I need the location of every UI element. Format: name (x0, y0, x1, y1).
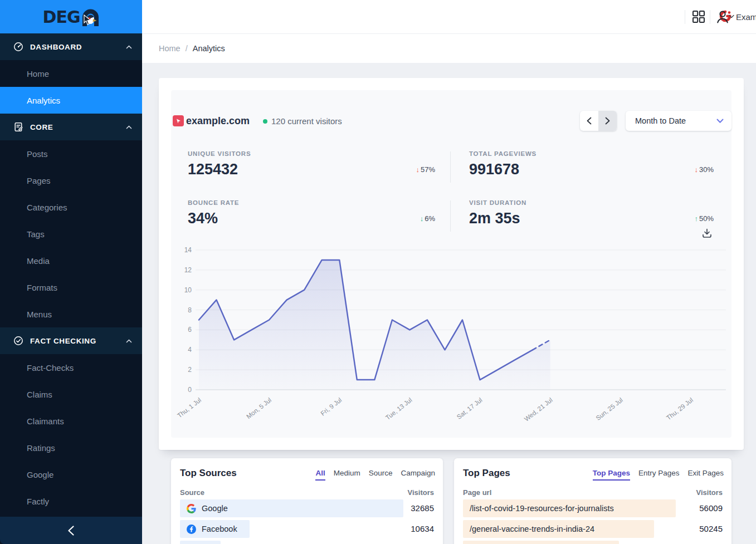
trend-arrow-icon: ↓ (694, 165, 698, 174)
sidebar-item-menus[interactable]: Menus (0, 301, 142, 327)
user-chevron-down-icon[interactable] (729, 14, 734, 18)
chevron-up-icon (126, 45, 132, 49)
period-stepper (580, 111, 617, 131)
header-divider (685, 10, 685, 24)
download-icon[interactable] (701, 228, 713, 239)
svg-text:8: 8 (188, 306, 192, 314)
source-row[interactable]: Google32685 (180, 499, 434, 517)
user-profile-button[interactable] (715, 9, 730, 24)
live-dot-icon (263, 119, 267, 124)
sidebar: DEG DASHBOARDHomeAnalyticsCOREPostsPages… (0, 0, 142, 544)
apps-grid-icon[interactable] (691, 9, 706, 24)
top-pages-rows: /list-of-covid-19-resources-for-journali… (463, 499, 723, 544)
current-visitors: 120 current visitors (271, 116, 342, 126)
sidebar-section-fact-checking[interactable]: FACT CHECKING (0, 327, 142, 354)
page-row[interactable]: /general-vaccine-trends-in-india-2450245 (463, 520, 723, 538)
visitors-value: 50245 (699, 520, 723, 538)
sidebar-section-label: CORE (30, 123, 126, 131)
stat-bounce-rate: BOUNCE RATE 34% ↓6% (188, 199, 435, 232)
sidebar-item-pages[interactable]: Pages (0, 167, 142, 194)
page-row[interactable]: /list-of-covid-19-resources-for-journali… (463, 499, 723, 517)
logo-letters: DEG (42, 7, 80, 27)
svg-text:Sat, 17 Jul: Sat, 17 Jul (456, 396, 484, 420)
eagle-logo-icon (81, 8, 100, 26)
top-sources-columns: Source Visitors (180, 488, 434, 497)
sources-tab-medium[interactable]: Medium (334, 469, 360, 481)
stat-visit-duration: VISIT DURATION 2m 35s ↑50% (469, 199, 714, 232)
sidebar-item-label: Claimants (27, 416, 64, 426)
page-url: /general-vaccine-trends-in-india-24 (470, 520, 594, 538)
site-favicon (173, 115, 184, 126)
site-name: example.com (186, 115, 250, 127)
value-bar (180, 541, 221, 544)
sidebar-item-google[interactable]: Google (0, 461, 142, 488)
sidebar-item-home[interactable]: Home (0, 60, 142, 87)
next-period-button[interactable] (598, 111, 617, 131)
svg-text:Wed, 21 Jul: Wed, 21 Jul (523, 396, 554, 423)
svg-text:12: 12 (184, 266, 192, 274)
period-value: Month to Date (635, 116, 716, 125)
period-dropdown[interactable]: Month to Date (626, 111, 731, 131)
sidebar-item-claimants[interactable]: Claimants (0, 408, 142, 434)
breadcrumb-separator: / (186, 44, 188, 53)
sidebar-item-media[interactable]: Media (0, 247, 142, 274)
pages-tab-top-pages[interactable]: Top Pages (593, 469, 630, 481)
sidebar-item-label: Formats (27, 283, 57, 292)
chevron-left-icon (68, 526, 74, 536)
prev-period-button[interactable] (580, 111, 598, 131)
source-row[interactable]: Facebook10634 (180, 520, 434, 538)
svg-text:Thu, 1 Jul: Thu, 1 Jul (176, 396, 202, 419)
stat-value: 991678 (469, 161, 714, 178)
svg-text:4: 4 (188, 346, 192, 354)
column-visitors: Visitors (408, 488, 434, 497)
sidebar-item-fact-checks[interactable]: Fact-Checks (0, 354, 142, 381)
svg-text:6: 6 (188, 326, 192, 334)
trend-arrow-icon: ↑ (694, 214, 698, 223)
sidebar-item-label: Factly (27, 497, 49, 506)
sidebar-section-dashboard[interactable]: DASHBOARD (0, 33, 142, 60)
page-row (463, 541, 723, 544)
sidebar-item-claims[interactable]: Claims (0, 381, 142, 408)
top-pages-card: Top Pages Top PagesEntry PagesExit Pages… (454, 458, 731, 544)
stat-divider (450, 200, 451, 232)
sidebar-item-tags[interactable]: Tags (0, 220, 142, 247)
sidebar-item-label: Pages (27, 176, 51, 185)
sidebar-section-core[interactable]: CORE (0, 114, 142, 140)
workspace-name: Example (736, 12, 756, 22)
sidebar-item-ratings[interactable]: Ratings (0, 434, 142, 461)
pages-tab-entry-pages[interactable]: Entry Pages (638, 469, 680, 481)
svg-text:2: 2 (188, 366, 192, 374)
column-page-url: Page url (463, 488, 491, 497)
visitors-value: 32685 (411, 499, 434, 517)
sources-tab-campaign[interactable]: Campaign (401, 469, 435, 481)
source-row (180, 541, 434, 544)
sidebar-item-analytics[interactable]: Analytics (0, 87, 142, 114)
top-pages-columns: Page url Visitors (463, 488, 723, 497)
column-visitors: Visitors (696, 488, 723, 497)
breadcrumb-home[interactable]: Home (159, 44, 181, 53)
sidebar-item-formats[interactable]: Formats (0, 274, 142, 301)
visitors-value: 10634 (411, 520, 434, 538)
sidebar-item-label: Ratings (27, 443, 55, 453)
chevron-up-icon (126, 125, 132, 129)
visitors-value: 56009 (699, 499, 723, 517)
check-circle-icon (13, 336, 23, 346)
app-logo[interactable]: DEG (0, 0, 142, 33)
stat-value: 34% (188, 210, 435, 227)
document-icon (13, 122, 23, 132)
svg-text:Fri, 9 Jul: Fri, 9 Jul (319, 396, 343, 417)
sidebar-nav: DASHBOARDHomeAnalyticsCOREPostsPagesCate… (0, 33, 142, 514)
stat-label: BOUNCE RATE (188, 199, 435, 206)
top-sources-title: Top Sources (180, 468, 237, 479)
sidebar-item-categories[interactable]: Categories (0, 194, 142, 220)
sidebar-item-label: Categories (27, 203, 67, 212)
stat-unique-visitors: UNIQUE VISITORS 125432 ↓57% (188, 150, 435, 183)
sources-tab-source[interactable]: Source (369, 469, 393, 481)
stat-value: 125432 (188, 161, 435, 178)
sidebar-collapse-button[interactable] (0, 517, 142, 544)
sidebar-item-factly[interactable]: Factly (0, 488, 142, 514)
sidebar-item-posts[interactable]: Posts (0, 140, 142, 167)
sources-tab-all[interactable]: All (315, 469, 325, 481)
svg-text:14: 14 (184, 246, 192, 254)
pages-tab-exit-pages[interactable]: Exit Pages (687, 469, 724, 481)
